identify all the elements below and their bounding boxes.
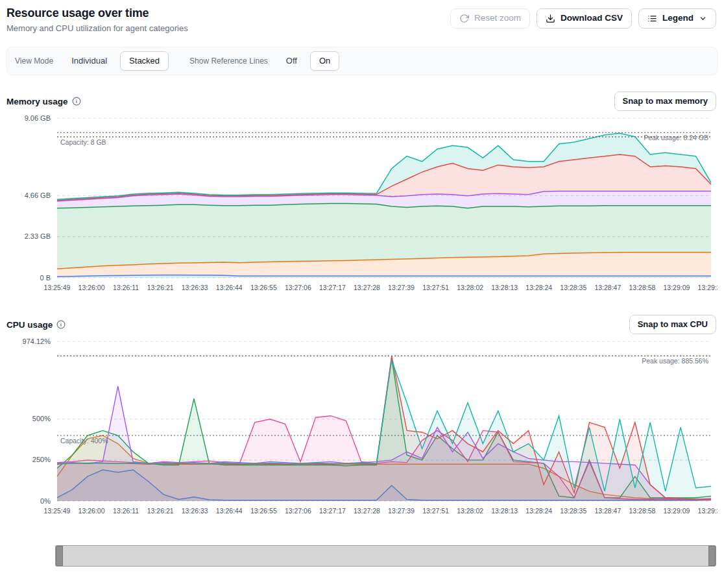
- svg-text:13:26:21: 13:26:21: [147, 507, 174, 515]
- memory-usage-chart[interactable]: 9.06 GB4.66 GB2.33 GB0 B13:25:4913:26:00…: [6, 113, 718, 296]
- svg-text:13:29:09: 13:29:09: [664, 284, 690, 291]
- view-mode-stacked[interactable]: Stacked: [120, 51, 169, 71]
- svg-text:13:28:02: 13:28:02: [457, 507, 483, 515]
- svg-text:13:29:09: 13:29:09: [664, 507, 690, 515]
- chevron-down-icon: [699, 14, 707, 23]
- svg-text:13:26:44: 13:26:44: [216, 284, 243, 291]
- svg-text:250%: 250%: [32, 456, 51, 463]
- svg-text:2.33 GB: 2.33 GB: [25, 232, 51, 240]
- svg-text:13:26:33: 13:26:33: [182, 284, 208, 291]
- page-header: Resource usage over time Memory and CPU …: [0, 0, 724, 33]
- page-subtitle: Memory and CPU utilization for agent cat…: [6, 23, 188, 33]
- svg-text:13:27:06: 13:27:06: [285, 507, 311, 515]
- svg-text:9.06 GB: 9.06 GB: [25, 114, 51, 122]
- svg-text:13:25:49: 13:25:49: [44, 284, 71, 291]
- svg-text:13:26:33: 13:26:33: [182, 507, 208, 515]
- svg-text:13:27:28: 13:27:28: [354, 284, 380, 291]
- reference-lines-on[interactable]: On: [310, 51, 339, 71]
- svg-text:13:28:13: 13:28:13: [491, 507, 518, 515]
- reference-lines-off[interactable]: Off: [277, 51, 306, 71]
- svg-text:13:28:24: 13:28:24: [525, 507, 552, 515]
- svg-text:13:27:06: 13:27:06: [285, 284, 311, 291]
- svg-text:13:29:24: 13:29:24: [698, 507, 718, 515]
- chart-controls-bar: View Mode Individual Stacked Show Refere…: [6, 47, 718, 75]
- page-title: Resource usage over time: [6, 6, 188, 20]
- svg-text:13:28:24: 13:28:24: [525, 284, 552, 291]
- brush-selection[interactable]: [63, 546, 708, 566]
- cpu-chart-wrap: 974.12%500%250%0%13:25:4913:26:0013:26:1…: [6, 336, 718, 522]
- view-mode-label: View Mode: [15, 56, 53, 66]
- snap-max-cpu-button[interactable]: Snap to max CPU: [629, 315, 716, 334]
- svg-text:13:26:11: 13:26:11: [113, 284, 139, 291]
- view-mode-individual[interactable]: Individual: [62, 51, 116, 71]
- svg-text:13:28:35: 13:28:35: [560, 284, 586, 291]
- time-range-scrollbar[interactable]: [55, 545, 716, 567]
- download-icon: [546, 14, 555, 23]
- svg-text:Peak usage: 885.56%: Peak usage: 885.56%: [642, 357, 708, 365]
- memory-section-title: Memory usage: [6, 97, 68, 106]
- reset-zoom-label: Reset zoom: [474, 14, 521, 23]
- svg-text:13:26:55: 13:26:55: [250, 284, 277, 291]
- reset-zoom-button[interactable]: Reset zoom: [450, 8, 530, 29]
- cpu-section-title: CPU usage: [6, 320, 53, 330]
- svg-text:13:27:28: 13:27:28: [354, 507, 380, 515]
- svg-text:Peak usage: 8.24 GB: Peak usage: 8.24 GB: [644, 134, 708, 141]
- svg-text:13:27:17: 13:27:17: [319, 507, 346, 515]
- svg-text:4.66 GB: 4.66 GB: [25, 191, 51, 199]
- svg-text:13:27:51: 13:27:51: [422, 284, 449, 291]
- legend-label: Legend: [662, 14, 694, 23]
- memory-title-row: Memory usage: [6, 97, 81, 106]
- download-csv-button[interactable]: Download CSV: [537, 8, 632, 29]
- info-icon[interactable]: [56, 320, 66, 329]
- svg-text:974.12%: 974.12%: [23, 337, 51, 345]
- svg-text:13:26:44: 13:26:44: [216, 507, 243, 515]
- svg-text:Capacity: 400%: Capacity: 400%: [60, 437, 108, 445]
- memory-chart-wrap: 9.06 GB4.66 GB2.33 GB0 B13:25:4913:26:00…: [6, 113, 718, 299]
- memory-section-header: Memory usage Snap to max memory: [6, 91, 716, 112]
- header-buttons: Reset zoom Download CSV Legend: [450, 6, 716, 29]
- svg-text:13:28:13: 13:28:13: [491, 284, 518, 291]
- svg-text:0 B: 0 B: [40, 274, 51, 282]
- svg-text:500%: 500%: [32, 415, 51, 423]
- svg-text:13:26:00: 13:26:00: [78, 284, 105, 291]
- svg-text:13:28:58: 13:28:58: [629, 284, 655, 291]
- svg-text:13:25:49: 13:25:49: [44, 507, 71, 515]
- svg-text:13:29:24: 13:29:24: [698, 284, 718, 291]
- svg-text:13:28:02: 13:28:02: [457, 284, 483, 291]
- cpu-section-header: CPU usage Snap to max CPU: [6, 314, 716, 335]
- svg-text:13:27:39: 13:27:39: [388, 507, 415, 515]
- svg-text:0%: 0%: [40, 497, 51, 505]
- cpu-usage-chart[interactable]: 974.12%500%250%0%13:25:4913:26:0013:26:1…: [6, 336, 718, 519]
- brush-handle-right[interactable]: [708, 546, 716, 566]
- svg-text:13:28:35: 13:28:35: [560, 507, 586, 515]
- svg-text:Capacity: 8 GB: Capacity: 8 GB: [60, 138, 106, 146]
- legend-button[interactable]: Legend: [638, 8, 716, 29]
- info-icon[interactable]: [72, 97, 81, 106]
- reference-lines-label: Show Reference Lines: [189, 56, 268, 66]
- svg-text:13:28:58: 13:28:58: [629, 507, 655, 515]
- brush-handle-left[interactable]: [56, 546, 63, 566]
- svg-text:13:27:39: 13:27:39: [388, 284, 415, 291]
- reset-zoom-icon: [459, 14, 469, 23]
- svg-text:13:28:47: 13:28:47: [594, 284, 621, 291]
- svg-text:13:28:47: 13:28:47: [594, 507, 621, 515]
- svg-text:13:26:11: 13:26:11: [113, 507, 139, 515]
- header-text: Resource usage over time Memory and CPU …: [6, 6, 188, 33]
- svg-text:13:26:21: 13:26:21: [147, 284, 174, 291]
- download-csv-label: Download CSV: [561, 14, 623, 23]
- cpu-title-row: CPU usage: [6, 320, 66, 330]
- svg-text:13:26:00: 13:26:00: [78, 507, 105, 515]
- svg-text:13:27:17: 13:27:17: [319, 284, 346, 291]
- svg-text:13:26:55: 13:26:55: [250, 507, 277, 515]
- svg-text:13:27:51: 13:27:51: [422, 507, 449, 515]
- snap-max-memory-button[interactable]: Snap to max memory: [614, 92, 717, 111]
- legend-list-icon: [647, 14, 657, 23]
- brush-row: [55, 545, 716, 567]
